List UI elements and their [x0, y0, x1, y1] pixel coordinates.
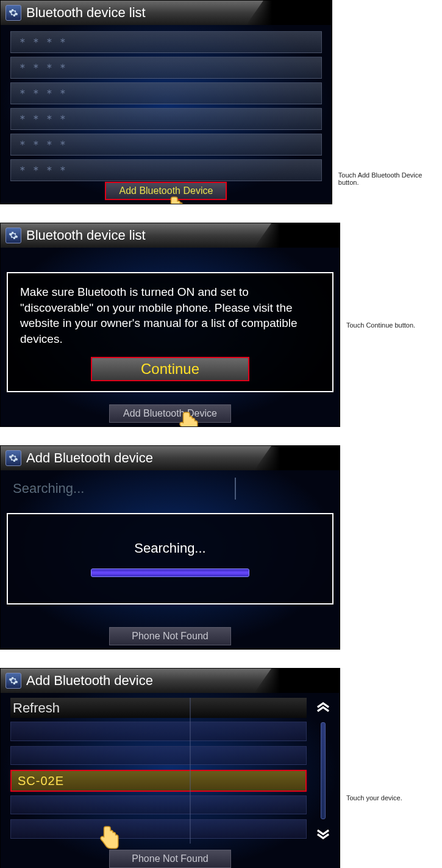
- device-row-selected[interactable]: SC-02E: [10, 770, 307, 791]
- info-dialog: Make sure Bluetooth is turned ON and set…: [7, 272, 333, 392]
- header-bar: Add Bluetooth device: [1, 669, 340, 693]
- touch-hand-icon: [177, 409, 199, 427]
- screen-title: Add Bluetooth device: [26, 673, 153, 689]
- bg-searching-label: Searching...: [13, 478, 327, 500]
- phone-not-found-button[interactable]: Phone Not Found: [109, 850, 231, 868]
- phone-not-found-button[interactable]: Phone Not Found: [109, 627, 231, 645]
- chevron-down-icon: [315, 825, 331, 841]
- searching-dialog: Searching...: [7, 513, 333, 604]
- step-caption: Touch Add Bluetooth Device button.: [338, 171, 442, 186]
- gear-icon: [5, 5, 21, 21]
- scroll-up-button[interactable]: [312, 698, 334, 720]
- chevron-up-icon: [315, 701, 331, 717]
- step-caption: Touch your device.: [346, 794, 402, 802]
- device-row-empty[interactable]: ＊＊＊＊: [10, 31, 322, 53]
- device-row-empty[interactable]: [10, 722, 307, 741]
- device-row-empty[interactable]: ＊＊＊＊: [10, 82, 322, 104]
- screen-bluetooth-list: Bluetooth device list ＊＊＊＊ ＊＊＊＊ ＊＊＊＊ ＊＊＊…: [0, 0, 332, 204]
- touch-hand-icon: [98, 823, 120, 852]
- device-row-empty[interactable]: [10, 795, 307, 815]
- device-row-empty[interactable]: [10, 819, 307, 839]
- step-caption: Touch Continue button.: [346, 321, 415, 329]
- device-list: ＊＊＊＊ ＊＊＊＊ ＊＊＊＊ ＊＊＊＊ ＊＊＊＊ ＊＊＊＊: [1, 25, 332, 181]
- gear-icon: [5, 228, 21, 243]
- continue-button[interactable]: Continue: [91, 357, 249, 381]
- device-row-empty[interactable]: ＊＊＊＊: [10, 134, 322, 156]
- add-bluetooth-device-button[interactable]: Add Bluetooth Device: [109, 404, 231, 423]
- divider-bar: [235, 478, 236, 500]
- scroll-column: [310, 698, 336, 844]
- dialog-message: Make sure Bluetooth is turned ON and set…: [20, 284, 320, 347]
- device-row-empty[interactable]: ＊＊＊＊: [10, 108, 322, 130]
- screen-title: Bluetooth device list: [26, 228, 146, 243]
- header-bar: Bluetooth device list: [1, 223, 340, 248]
- progress-bar: [91, 569, 249, 577]
- screen-title: Add Bluetooth device: [26, 450, 153, 466]
- gear-icon: [5, 673, 21, 689]
- device-row-empty[interactable]: [10, 746, 307, 766]
- searching-label: Searching...: [134, 540, 205, 556]
- header-bar: Bluetooth device list: [1, 1, 332, 25]
- device-row-empty[interactable]: ＊＊＊＊: [10, 159, 322, 181]
- scroll-down-button[interactable]: [312, 822, 334, 844]
- refresh-row[interactable]: Refresh: [10, 698, 307, 718]
- scroll-track[interactable]: [321, 722, 326, 819]
- screen-discoverable-dialog: Bluetooth device list Make sure Bluetoot…: [0, 223, 340, 427]
- header-bar: Add Bluetooth device: [1, 446, 340, 470]
- list-divider: [190, 698, 191, 844]
- device-row-empty[interactable]: ＊＊＊＊: [10, 57, 322, 79]
- found-device-list: Refresh SC-02E: [10, 698, 307, 844]
- screen-device-found: Add Bluetooth device Refresh SC-02E Phon…: [0, 668, 340, 868]
- screen-title: Bluetooth device list: [26, 5, 146, 21]
- screen-searching: Add Bluetooth device Searching... Search…: [0, 445, 340, 650]
- gear-icon: [5, 450, 21, 466]
- touch-hand-icon: [165, 194, 187, 204]
